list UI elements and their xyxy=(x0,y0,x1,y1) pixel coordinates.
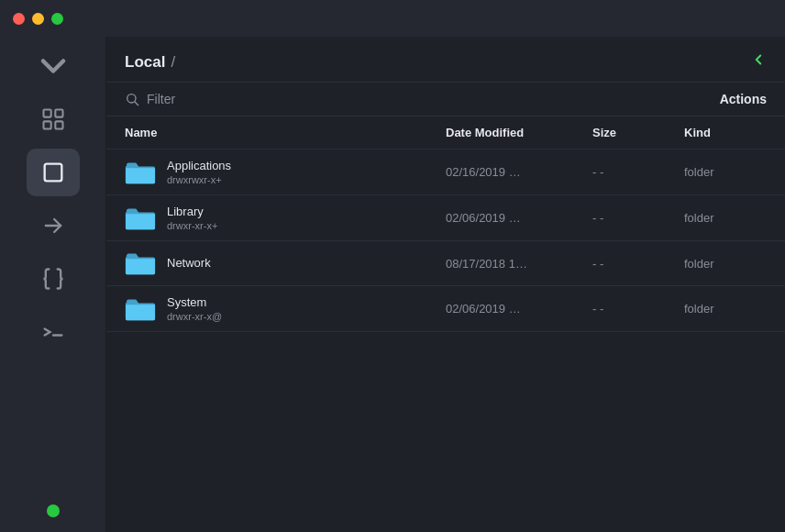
sidebar-item-transfer[interactable] xyxy=(27,202,80,249)
file-size: - - xyxy=(592,302,684,316)
file-date: 02/06/2019 … xyxy=(446,302,592,316)
col-header-date-modified: Date Modified xyxy=(446,126,592,139)
main-panel: Local / Actions Name Date Modified Size … xyxy=(106,37,785,532)
folder-icon xyxy=(125,296,156,322)
file-permissions: drwxrwxr-x+ xyxy=(167,174,231,185)
breadcrumb: Local / xyxy=(125,53,175,72)
folder-icon xyxy=(125,250,156,276)
file-size: - - xyxy=(592,211,684,225)
table-header-row: Name Date Modified Size Kind xyxy=(106,116,785,150)
file-kind: folder xyxy=(684,302,767,316)
maximize-button[interactable] xyxy=(51,13,63,25)
file-name-cell: System drwxr-xr-x@ xyxy=(125,295,446,322)
col-header-kind: Kind xyxy=(684,126,767,139)
col-header-size: Size xyxy=(592,126,684,139)
svg-rect-4 xyxy=(44,164,61,182)
actions-button[interactable]: Actions xyxy=(720,92,767,106)
svg-rect-1 xyxy=(55,110,62,117)
file-size: - - xyxy=(592,257,684,271)
filter-input-wrap[interactable] xyxy=(125,92,293,106)
minimize-button[interactable] xyxy=(32,13,44,25)
table-row[interactable]: Library drwxr-xr-x+ 02/06/2019 … - - fol… xyxy=(106,195,785,241)
svg-rect-3 xyxy=(55,121,62,128)
file-kind: folder xyxy=(684,211,767,225)
file-kind: folder xyxy=(684,257,767,271)
file-name-cell: Library drwxr-xr-x+ xyxy=(125,205,446,231)
breadcrumb-local: Local xyxy=(125,53,165,72)
sidebar-item-terminal[interactable] xyxy=(27,308,80,356)
file-table: Name Date Modified Size Kind Application… xyxy=(106,116,785,532)
sidebar-collapse-button[interactable] xyxy=(33,50,73,83)
filter-input[interactable] xyxy=(147,92,293,106)
folder-icon xyxy=(125,205,156,231)
file-name-cell: Network xyxy=(125,250,446,276)
breadcrumb-separator: / xyxy=(171,53,175,72)
svg-rect-0 xyxy=(43,110,50,117)
file-size: - - xyxy=(592,165,684,179)
sidebar xyxy=(0,37,106,532)
table-row[interactable]: Applications drwxrwxr-x+ 02/16/2019 … - … xyxy=(106,150,785,195)
sidebar-item-braces[interactable] xyxy=(27,255,80,303)
header: Local / xyxy=(106,37,785,83)
back-button[interactable] xyxy=(750,51,767,72)
col-header-name: Name xyxy=(125,126,446,139)
file-permissions: drwxr-xr-x@ xyxy=(167,311,222,322)
sidebar-item-grid[interactable] xyxy=(27,95,80,143)
svg-line-7 xyxy=(135,102,138,105)
filter-bar: Actions xyxy=(106,83,785,116)
folder-icon xyxy=(125,160,156,185)
file-name: Network xyxy=(167,256,211,270)
close-button[interactable] xyxy=(13,13,25,25)
file-permissions: drwxr-xr-x+ xyxy=(167,220,217,231)
file-date: 02/06/2019 … xyxy=(446,211,592,225)
titlebar xyxy=(0,0,785,37)
svg-rect-2 xyxy=(43,121,50,128)
file-kind: folder xyxy=(684,165,767,179)
table-row[interactable]: Network 08/17/2018 1… - - folder xyxy=(106,241,785,286)
sidebar-item-stop[interactable] xyxy=(27,149,80,196)
file-name: System xyxy=(167,295,222,309)
file-name-cell: Applications drwxrwxr-x+ xyxy=(125,159,446,185)
file-name: Applications xyxy=(167,159,231,172)
file-date: 02/16/2019 … xyxy=(446,165,592,179)
file-name: Library xyxy=(167,205,217,218)
table-row[interactable]: System drwxr-xr-x@ 02/06/2019 … - - fold… xyxy=(106,286,785,332)
status-indicator xyxy=(47,504,60,517)
file-date: 08/17/2018 1… xyxy=(446,257,592,271)
